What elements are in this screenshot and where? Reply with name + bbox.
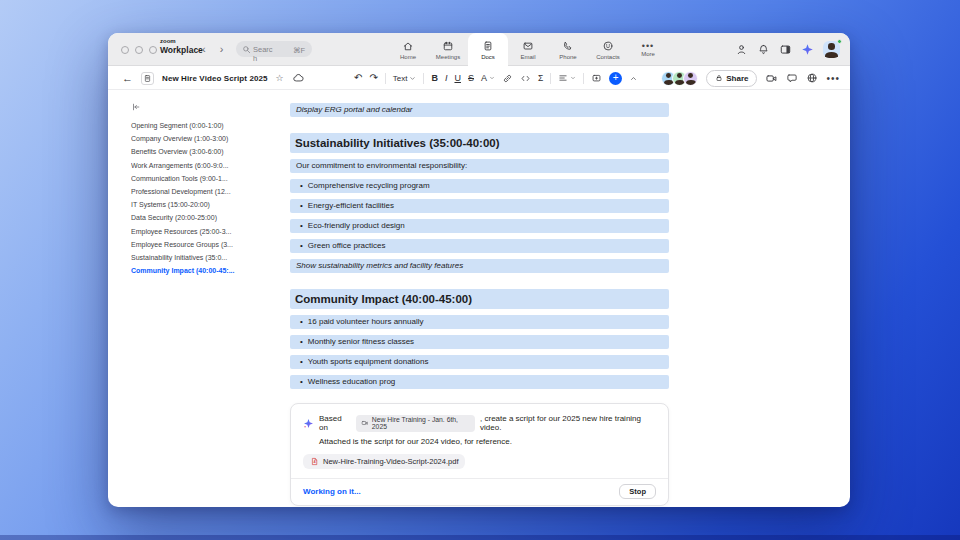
ai-status-text: Working on it... bbox=[303, 487, 361, 496]
document-title[interactable]: New Hire Video Script 2025 bbox=[162, 74, 268, 83]
docs-icon bbox=[482, 40, 494, 52]
document-body: Display ERG portal and calendar Sustaina… bbox=[290, 103, 669, 506]
globe-icon[interactable] bbox=[806, 72, 818, 84]
tab-meetings[interactable]: Meetings bbox=[428, 33, 468, 66]
link-icon[interactable] bbox=[502, 73, 513, 84]
doc-badge-icon[interactable] bbox=[141, 72, 154, 85]
insert-plus-button[interactable]: + bbox=[609, 72, 622, 85]
search-placeholder: Search bbox=[253, 45, 273, 63]
nav-forward-icon[interactable]: › bbox=[220, 41, 224, 57]
share-label: Share bbox=[726, 74, 748, 83]
underline-button[interactable]: U bbox=[454, 74, 461, 83]
outline-item[interactable]: Employee Resources (25:00-3... bbox=[131, 225, 291, 238]
doc-bullet[interactable]: Energy-efficient facilities bbox=[290, 199, 669, 213]
tab-phone[interactable]: Phone bbox=[548, 33, 588, 66]
outline-item[interactable]: Communication Tools (9:00-1... bbox=[131, 172, 291, 185]
divider bbox=[423, 73, 424, 84]
text-style-dropdown[interactable]: Text bbox=[393, 74, 417, 83]
outline-item[interactable]: IT Systems (15:00-20:00) bbox=[131, 198, 291, 211]
text-color-dropdown[interactable]: A bbox=[481, 74, 495, 83]
code-icon[interactable] bbox=[520, 73, 531, 84]
presence-dot bbox=[837, 39, 842, 44]
nav-back-icon[interactable]: ‹ bbox=[202, 41, 206, 57]
search-shortcut: ⌘F bbox=[293, 46, 305, 55]
outline-item[interactable]: Work Arrangements (6:00-9:0... bbox=[131, 159, 291, 172]
strikethrough-button[interactable]: S bbox=[468, 74, 474, 83]
search-input[interactable]: Search ⌘F bbox=[236, 41, 312, 57]
close-window-button[interactable] bbox=[121, 46, 129, 54]
back-arrow-icon[interactable]: ← bbox=[122, 73, 133, 84]
collapse-toolbar-icon[interactable] bbox=[629, 74, 638, 83]
outline-item-active[interactable]: Community Impact (40:00-45:... bbox=[131, 264, 291, 277]
doc-line-italic[interactable]: Show sustainability metrics and facility… bbox=[290, 259, 669, 273]
outline-item[interactable]: Data Security (20:00-25:00) bbox=[131, 211, 291, 224]
collapse-outline-icon[interactable] bbox=[131, 102, 291, 112]
zoom-workplace-window: zoom Workplace ‹ › Search ⌘F Home Meetin… bbox=[108, 33, 850, 507]
notifications-bell-icon[interactable] bbox=[757, 43, 770, 56]
user-avatar[interactable] bbox=[823, 41, 840, 58]
italic-button[interactable]: I bbox=[445, 74, 448, 83]
email-icon bbox=[522, 40, 534, 52]
brand-zoom: zoom bbox=[160, 38, 203, 44]
doc-line[interactable]: Our commitment to environmental responsi… bbox=[290, 159, 669, 173]
list-format-dropdown[interactable] bbox=[558, 73, 576, 83]
redo-icon[interactable]: ↷ bbox=[369, 73, 377, 83]
doc-bullet[interactable]: Wellness education prog bbox=[290, 375, 669, 389]
tab-email[interactable]: Email bbox=[508, 33, 548, 66]
home-icon bbox=[402, 40, 414, 52]
doc-bullet[interactable]: Monthly senior fitness classes bbox=[290, 335, 669, 349]
zoom-workplace-logo: zoom Workplace bbox=[160, 38, 203, 55]
outline-item[interactable]: Professional Development (12... bbox=[131, 185, 291, 198]
minimize-window-button[interactable] bbox=[135, 46, 143, 54]
doc-bullet[interactable]: 16 paid volunteer hours annually bbox=[290, 315, 669, 329]
doc-heading[interactable]: Sustainability Initiatives (35:00-40:00) bbox=[290, 133, 669, 153]
outline-item[interactable]: Opening Segment (0:00-1:00) bbox=[131, 119, 291, 132]
outline-item[interactable]: Sustainability Initiatives (35:0... bbox=[131, 251, 291, 264]
calendar-icon bbox=[442, 40, 454, 52]
chat-bubble-icon[interactable] bbox=[786, 72, 798, 84]
tab-contacts[interactable]: Contacts bbox=[588, 33, 628, 66]
more-icon: ••• bbox=[642, 43, 654, 49]
doc-bullet[interactable]: Youth sports equipment donations bbox=[290, 355, 669, 369]
doc-line-italic[interactable]: Display ERG portal and calendar bbox=[290, 103, 669, 117]
doc-bullet[interactable]: Comprehensive recycling program bbox=[290, 179, 669, 193]
ai-companion-sparkle-icon[interactable] bbox=[801, 43, 814, 56]
comment-icon[interactable] bbox=[591, 73, 602, 84]
search-icon bbox=[242, 45, 251, 54]
ai-prompt-line2: Attached is the script for our 2024 vide… bbox=[319, 437, 656, 446]
doc-heading[interactable]: Community Impact (40:00-45:00) bbox=[290, 289, 669, 309]
more-options-icon[interactable]: ••• bbox=[826, 73, 840, 84]
doc-bullet[interactable]: Green office practices bbox=[290, 239, 669, 253]
outline-panel: Opening Segment (0:00-1:00) Company Over… bbox=[131, 102, 291, 277]
tab-home[interactable]: Home bbox=[388, 33, 428, 66]
undo-icon[interactable]: ↶ bbox=[354, 73, 362, 83]
pdf-attachment-chip[interactable]: A New-Hire-Training-Video-Script-2024.pd… bbox=[303, 454, 465, 469]
meeting-source-chip[interactable]: New Hire Training - Jan. 6th, 2025 bbox=[356, 415, 475, 432]
divider bbox=[583, 73, 584, 84]
collaborator-avatar-3[interactable] bbox=[683, 71, 698, 86]
video-camera-icon[interactable] bbox=[765, 72, 778, 85]
stop-button[interactable]: Stop bbox=[619, 484, 656, 499]
collaborator-avatars[interactable] bbox=[661, 71, 698, 86]
formula-icon[interactable]: Σ bbox=[538, 74, 543, 83]
tab-docs[interactable]: Docs bbox=[468, 33, 508, 67]
ai-companion-card: Based on New Hire Training - Jan. 6th, 2… bbox=[290, 403, 669, 506]
star-icon[interactable]: ☆ bbox=[276, 74, 284, 83]
outline-item[interactable]: Benefits Overview (3:00-6:00) bbox=[131, 145, 291, 158]
side-panel-icon[interactable] bbox=[779, 43, 792, 56]
profile-person-icon[interactable] bbox=[735, 43, 748, 56]
app-tabs: Home Meetings Docs Email Phone Contacts bbox=[388, 33, 668, 66]
tab-more[interactable]: ••• More bbox=[628, 33, 668, 66]
ai-prompt-suffix: , create a script for our 2025 new hire … bbox=[480, 414, 656, 432]
zoom-window-button[interactable] bbox=[149, 46, 157, 54]
outline-item[interactable]: Company Overview (1:00-3:00) bbox=[131, 132, 291, 145]
contacts-icon bbox=[602, 40, 614, 52]
cloud-sync-icon bbox=[292, 72, 304, 84]
window-controls[interactable] bbox=[121, 46, 157, 54]
outline-item[interactable]: Employee Resource Groups (3... bbox=[131, 238, 291, 251]
phone-icon bbox=[562, 40, 574, 52]
share-button[interactable]: Share bbox=[706, 70, 757, 87]
titlebar: zoom Workplace ‹ › Search ⌘F Home Meetin… bbox=[108, 33, 850, 66]
doc-bullet[interactable]: Eco-friendly product design bbox=[290, 219, 669, 233]
bold-button[interactable]: B bbox=[431, 74, 438, 83]
